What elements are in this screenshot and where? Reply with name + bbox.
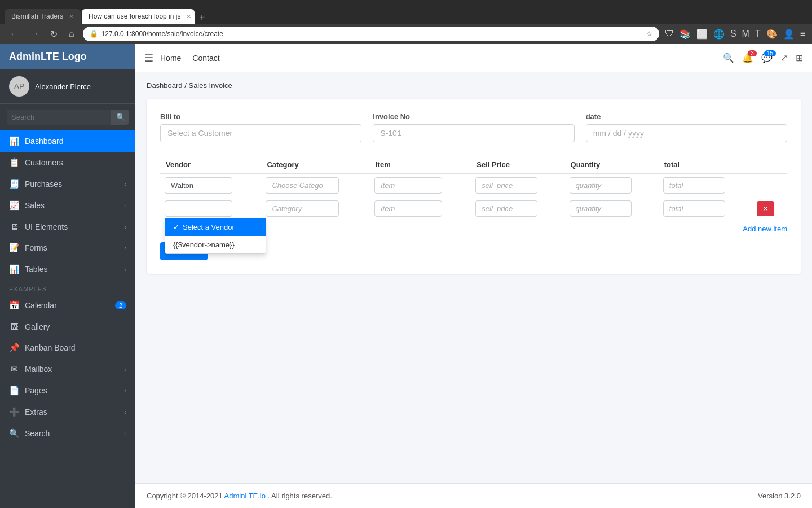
sidebar-toggle-button[interactable]: ☰ bbox=[144, 52, 153, 64]
pocket-icon[interactable]: 🎨 bbox=[766, 29, 778, 40]
footer-rights: . All rights reserved. bbox=[268, 492, 332, 500]
user-name[interactable]: Alexander Pierce bbox=[35, 82, 91, 91]
main-content: ☰ Home Contact 🔍 🔔 3 💬 15 ⤢ ⊞ bbox=[135, 44, 812, 508]
sidebar-item-mailbox[interactable]: ✉ Mailbox ‹ bbox=[0, 358, 135, 380]
category-input-1[interactable] bbox=[266, 177, 339, 194]
chevron-right-icon: ‹ bbox=[124, 244, 126, 251]
tab-overview-icon[interactable]: ⬜ bbox=[696, 29, 708, 40]
vendor-option-select[interactable]: ✓ Select a Vendor bbox=[165, 218, 266, 236]
sidebar-item-label: Mailbox bbox=[25, 365, 118, 374]
calendar-icon: 📅 bbox=[9, 300, 19, 310]
new-tab-button[interactable]: + bbox=[196, 12, 209, 24]
chevron-right-icon: ‹ bbox=[124, 181, 126, 187]
table-row bbox=[160, 174, 787, 198]
item-input-2[interactable] bbox=[374, 200, 442, 217]
item-input-1[interactable] bbox=[374, 177, 442, 194]
notifications-red-badge: 3 bbox=[748, 50, 757, 56]
price-input-1[interactable] bbox=[475, 177, 537, 194]
vendor-input-1[interactable] bbox=[165, 177, 232, 194]
date-input[interactable] bbox=[586, 124, 787, 142]
table-header-row: Vendor Category Item Sell Price Quantity… bbox=[160, 156, 787, 174]
sidebar-item-purchases[interactable]: 🧾 Purchases ‹ bbox=[0, 173, 135, 195]
sidebar-item-label: UI Elements bbox=[25, 222, 118, 231]
vendor-cell-1 bbox=[160, 174, 261, 198]
vendor-option-label: Select a Vendor bbox=[183, 223, 235, 231]
qty-cell-2 bbox=[565, 197, 659, 220]
star-icon[interactable]: ☆ bbox=[646, 30, 652, 38]
topbar-nav-home[interactable]: Home bbox=[160, 54, 181, 63]
footer-brand-link[interactable]: AdminLTE.io bbox=[224, 492, 266, 500]
forward-button[interactable]: → bbox=[27, 28, 42, 40]
reload-button[interactable]: ↻ bbox=[47, 28, 60, 41]
dashboard-icon: 📊 bbox=[9, 136, 19, 146]
sidebar-item-sales[interactable]: 📈 Sales ‹ bbox=[0, 195, 135, 216]
sync-icon[interactable]: S bbox=[730, 29, 736, 39]
total-input-1[interactable] bbox=[663, 177, 725, 194]
sidebar-item-calendar[interactable]: 📅 Calendar 2 bbox=[0, 295, 135, 316]
sidebar-item-label: Dashboard bbox=[25, 137, 126, 146]
search-input[interactable] bbox=[7, 110, 111, 125]
add-item-link[interactable]: + Add new item bbox=[737, 225, 787, 233]
tab-foreach[interactable]: How can use foreach loop in js ✕ bbox=[82, 9, 195, 24]
sidebar-item-ui-elements[interactable]: 🖥 UI Elements ‹ bbox=[0, 216, 135, 237]
sidebar-item-search[interactable]: 🔍 Search ‹ bbox=[0, 423, 135, 444]
home-button[interactable]: ⌂ bbox=[66, 28, 77, 40]
topbar-search-button[interactable]: 🔍 bbox=[723, 52, 734, 63]
item-cell-1 bbox=[370, 174, 471, 198]
tab-close-2[interactable]: ✕ bbox=[186, 13, 191, 20]
total-input-2[interactable] bbox=[663, 200, 725, 217]
col-category: Category bbox=[261, 156, 370, 174]
sidebar-item-label: Customers bbox=[25, 158, 126, 167]
sidebar-item-label: Kanban Board bbox=[25, 343, 126, 352]
sidebar-item-customers[interactable]: 📋 Customers bbox=[0, 152, 135, 173]
extras-icon: ➕ bbox=[9, 407, 19, 417]
user-panel: AP Alexander Pierce bbox=[0, 69, 135, 104]
back-button[interactable]: ← bbox=[7, 28, 21, 40]
sidebar-item-tables[interactable]: 📊 Tables ‹ bbox=[0, 259, 135, 280]
sidebar-search-container: 🔍 bbox=[0, 104, 135, 130]
vendor-cell-2: ✓ Select a Vendor {{$vendor->name}} bbox=[160, 197, 261, 220]
address-bar[interactable]: 🔒 127.0.0.1:8000/home/sale/invoice/creat… bbox=[83, 27, 659, 41]
qty-input-2[interactable] bbox=[570, 200, 632, 217]
extensions-icon[interactable]: 🛡 bbox=[665, 29, 674, 39]
invoice-no-input[interactable] bbox=[373, 124, 574, 142]
globe-icon[interactable]: 🌐 bbox=[713, 29, 725, 40]
topbar-nav-contact[interactable]: Contact bbox=[192, 54, 219, 63]
total-cell-2 bbox=[659, 197, 752, 220]
expand-button[interactable]: ⤢ bbox=[780, 52, 788, 63]
sidebar-item-extras[interactable]: ➕ Extras ‹ bbox=[0, 401, 135, 423]
delete-row-button[interactable]: ✕ bbox=[757, 201, 774, 216]
tab-bismillah[interactable]: Bismillah Traders ✕ bbox=[5, 9, 81, 24]
vendor-option-name[interactable]: {{$vendor->name}} bbox=[165, 236, 266, 253]
security-icon: 🔒 bbox=[90, 30, 98, 38]
search-button[interactable]: 🔍 bbox=[111, 110, 129, 125]
price-input-2[interactable] bbox=[475, 200, 537, 217]
sidebar-item-gallery[interactable]: 🖼 Gallery bbox=[0, 316, 135, 337]
purchases-icon: 🧾 bbox=[9, 179, 19, 189]
grid-button[interactable]: ⊞ bbox=[796, 52, 803, 63]
sidebar-item-kanban[interactable]: 📌 Kanban Board bbox=[0, 337, 135, 358]
sidebar-item-dashboard[interactable]: 📊 Dashboard bbox=[0, 130, 135, 152]
menu-icon[interactable]: ≡ bbox=[800, 29, 805, 39]
category-input-2[interactable] bbox=[266, 200, 339, 217]
messages-button[interactable]: 💬 15 bbox=[761, 52, 773, 63]
sidebar-item-forms[interactable]: 📝 Forms ‹ bbox=[0, 237, 135, 259]
form-header: Bill to Invoice No date bbox=[160, 112, 787, 142]
copyright-text: Copyright © 2014-2021 bbox=[147, 492, 223, 500]
qty-input-1[interactable] bbox=[570, 177, 632, 194]
sidebar-item-pages[interactable]: 📄 Pages ‹ bbox=[0, 380, 135, 401]
vendor-input-2[interactable] bbox=[165, 200, 232, 217]
item-cell-2 bbox=[370, 197, 471, 220]
breadcrumb-current: Sales Invoice bbox=[188, 81, 232, 90]
tab-close-1[interactable]: ✕ bbox=[69, 13, 74, 20]
translate-icon[interactable]: M bbox=[742, 29, 749, 39]
profile-icon[interactable]: 👤 bbox=[783, 29, 795, 40]
sidebar-item-label: Extras bbox=[25, 408, 118, 417]
vendor-template-label: {{$vendor->name}} bbox=[173, 240, 235, 249]
bill-to-input[interactable] bbox=[160, 124, 361, 142]
reader-icon[interactable]: T bbox=[755, 29, 761, 39]
bookmarks-icon[interactable]: 📚 bbox=[679, 29, 691, 40]
notifications-button[interactable]: 🔔 3 bbox=[742, 52, 753, 63]
topbar: ☰ Home Contact 🔍 🔔 3 💬 15 ⤢ ⊞ bbox=[135, 44, 812, 72]
gallery-icon: 🖼 bbox=[9, 322, 19, 331]
